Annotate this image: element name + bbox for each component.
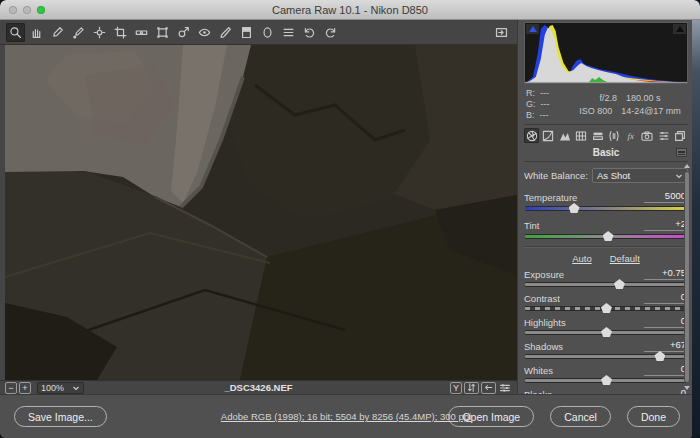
exposure-slider[interactable] [525,283,687,286]
shadow-clipping-button[interactable] [526,24,539,34]
iso-value: ISO 800 [579,106,612,116]
preview-controls: Y [450,382,512,394]
save-image-button[interactable]: Save Image... [14,406,107,427]
lens-corrections-tab[interactable] [607,128,622,143]
presets-tab[interactable] [656,128,671,143]
window-body: − + 100% _DSC3426.NEF Y [0,20,692,438]
highlights-slider-thumb[interactable] [601,327,612,337]
zoom-out-button[interactable]: − [5,382,17,394]
hsl-grayscale-tab[interactable] [574,128,589,143]
transform-tool[interactable] [153,23,172,42]
histogram[interactable] [524,22,688,84]
photo-canvas[interactable] [5,45,517,380]
whites-slider-thumb[interactable] [601,375,612,385]
rgb-readout: R:--- G:--- B:--- [526,88,572,120]
snapshots-tab[interactable] [673,128,688,143]
targeted-adjustment-tool[interactable] [90,23,109,42]
rotate-right-tool[interactable] [321,23,340,42]
tint-slider[interactable] [525,235,687,238]
blacks-value[interactable]: 0 [644,387,688,394]
tint-value[interactable]: +2 [644,218,688,231]
zoom-in-button[interactable]: + [19,382,31,394]
tone-curve-tab[interactable] [541,128,556,143]
contrast-label: Contrast [524,293,560,304]
hand-tool[interactable] [27,23,46,42]
contrast-slider-thumb[interactable] [601,303,612,313]
contrast-value[interactable]: 0 [644,291,688,304]
red-eye-tool[interactable] [195,23,214,42]
spot-removal-tool[interactable] [174,23,193,42]
background-desktop-strip [692,20,700,438]
shutter-value: 180.00 s [626,93,661,103]
toolbar [0,20,517,45]
whites-label: Whites [524,365,553,376]
workflow-options-link[interactable]: Adobe RGB (1998); 16 bit; 5504 by 8256 (… [221,411,471,422]
highlight-clip-icon [676,26,684,32]
preview-swap-icon[interactable] [464,382,479,394]
shadows-value[interactable]: +67 [644,339,688,352]
cancel-button[interactable]: Cancel [550,406,611,427]
temperature-slider[interactable] [525,207,687,210]
panel-title: Basic [593,147,620,158]
shadows-slider[interactable] [525,355,687,358]
highlight-clipping-button[interactable] [673,24,686,34]
highlights-slider[interactable] [525,331,687,334]
exif-readout: R:--- G:--- B:--- f/2.8180.00 s ISO 8001… [524,84,688,125]
image-status-bar: − + 100% _DSC3426.NEF Y [0,380,517,394]
capture-settings: f/2.8180.00 s ISO 80014-24@17 mm [572,88,688,120]
preferences-tool[interactable] [279,23,298,42]
preview-toggle-button[interactable]: Y [450,382,462,394]
titlebar[interactable]: Camera Raw 10.1 - Nikon D850 [0,0,700,20]
exposure-value[interactable]: +0.75 [644,267,688,280]
white-balance-tool[interactable] [48,23,67,42]
scroll-up-icon[interactable] [684,164,690,168]
basic-tab[interactable] [524,128,539,143]
white-balance-select[interactable]: As Shot [592,168,688,183]
chevron-down-icon [72,384,80,392]
tint-slider-thumb[interactable] [603,231,614,241]
minimize-window-icon[interactable] [23,6,31,14]
auto-link[interactable]: Auto [572,253,592,264]
whites-value[interactable]: 0 [644,363,688,376]
split-toning-tab[interactable] [590,128,605,143]
scrollbar-thumb[interactable] [684,171,690,383]
effects-tab[interactable]: fx [623,128,638,143]
shadows-label: Shadows [524,341,563,352]
shadows-slider-thumb[interactable] [654,351,665,361]
zoom-window-icon[interactable] [37,6,45,14]
close-window-icon[interactable] [9,6,17,14]
adjustment-brush-tool[interactable] [216,23,235,42]
camera-calibration-tab[interactable] [640,128,655,143]
temperature-value[interactable]: 5000 [644,190,688,203]
panel-scrollbar[interactable] [683,162,690,392]
highlights-value[interactable]: 0 [644,315,688,328]
temperature-row: Temperature5000 [524,190,688,203]
whites-slider[interactable] [525,379,687,382]
fullscreen-toggle-icon[interactable] [492,23,511,42]
aperture-value: f/2.8 [599,93,617,103]
crop-tool[interactable] [111,23,130,42]
graduated-filter-tool[interactable] [237,23,256,42]
scroll-down-icon[interactable] [684,386,690,390]
window-title: Camera Raw 10.1 - Nikon D850 [272,4,428,16]
highlights-label: Highlights [524,317,566,328]
preview-apply-icon[interactable] [481,382,496,394]
preview-settings-icon[interactable] [498,382,512,394]
exposure-slider-thumb[interactable] [614,279,625,289]
rotate-left-tool[interactable] [300,23,319,42]
zoom-level-select[interactable]: 100% [37,382,84,394]
whites-row: Whites0 [524,363,688,376]
photo-scene [5,45,517,380]
default-link[interactable]: Default [610,253,640,264]
color-sampler-tool[interactable] [69,23,88,42]
straighten-tool[interactable] [132,23,151,42]
contrast-slider[interactable] [525,307,687,310]
done-button[interactable]: Done [627,406,680,427]
zoom-tool[interactable] [6,23,25,42]
temperature-slider-thumb[interactable] [569,203,580,213]
blacks-row: Blacks0 [524,387,688,394]
radial-filter-tool[interactable] [258,23,277,42]
basic-settings: White Balance: As Shot Temperature5000Ti… [524,162,688,394]
detail-tab[interactable] [557,128,572,143]
panel-menu-icon[interactable] [676,148,687,157]
